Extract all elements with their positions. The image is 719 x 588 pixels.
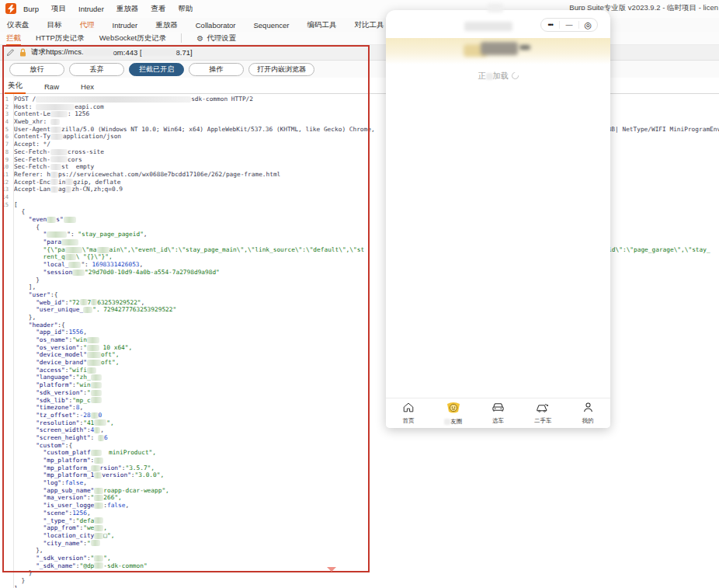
redaction	[91, 374, 102, 381]
button-拦截已开启[interactable]: 拦截已开启	[129, 63, 184, 76]
redaction	[94, 503, 103, 509]
button-操作[interactable]: 操作	[189, 63, 244, 76]
line-number: 6	[0, 133, 9, 141]
minimize-icon[interactable]: —	[560, 19, 578, 31]
tab-重放器[interactable]: 重放器	[155, 19, 179, 32]
more-icon[interactable]: •••	[541, 19, 559, 31]
wechat-miniprogram-window[interactable]: ••• — ◎ 正加载 首页友圈选车二手车我的	[386, 10, 610, 428]
code-line: "mp_platform":	[0, 457, 719, 464]
tab-代理[interactable]: 代理	[79, 19, 96, 32]
code-text: "resolution"	[14, 419, 80, 426]
code-text: "session	[14, 269, 72, 276]
redaction	[72, 270, 85, 276]
menu-item-4[interactable]: 查看	[151, 4, 165, 14]
intercept-infobar: 请求https://mcs.om:443 [8.71]	[0, 45, 719, 61]
code-text: 1698331426053	[92, 261, 140, 268]
wx-tab-首页[interactable]: 首页	[386, 402, 431, 425]
code-text: st empty	[61, 163, 94, 170]
menu-item-5[interactable]: 帮助	[178, 4, 193, 14]
wx-tab-我的[interactable]: 我的	[565, 402, 610, 425]
close-icon[interactable]: ◎	[579, 19, 597, 31]
redaction	[94, 555, 103, 562]
menu-item-1[interactable]: 项目	[51, 4, 66, 14]
code-text: :	[91, 434, 98, 441]
code-text: 10 x64",	[99, 344, 132, 351]
code-text: "sdk_version"	[14, 389, 83, 396]
menu-item-3[interactable]: 重放器	[116, 4, 139, 14]
wx-tab-友圈[interactable]: 友圈	[431, 402, 476, 426]
redaction	[61, 239, 78, 245]
menu-item-0[interactable]: Burp	[23, 5, 39, 13]
redaction	[142, 49, 176, 56]
redaction	[94, 533, 103, 539]
button-放行[interactable]: 放行	[9, 63, 64, 76]
tab-Intruder[interactable]: Intruder	[112, 19, 139, 31]
code-text: "stay_page_pageid"	[78, 231, 144, 238]
editor-tab-美化[interactable]: 美化	[6, 78, 24, 93]
code-text: "41	[83, 419, 94, 426]
code-line: }	[0, 577, 719, 585]
home-icon	[402, 402, 415, 416]
code-text: cross-site	[68, 148, 104, 155]
code-line: 7Accept: */	[0, 141, 719, 148]
code-text: "sdk_lib"	[14, 397, 68, 404]
redaction	[50, 119, 60, 125]
request-editor[interactable]: 1POST /sdk-common HTTP/22Host: eapi.com3…	[0, 94, 719, 588]
tab-目标[interactable]: 目标	[47, 19, 63, 32]
tab-仪表盘[interactable]: 仪表盘	[6, 19, 30, 32]
wx-tab-选车[interactable]: 选车	[476, 402, 521, 425]
code-text: false	[65, 479, 83, 486]
code-text: ". 7294277763253929522"	[92, 306, 176, 313]
tab-Collaborator[interactable]: Collaborator	[195, 19, 237, 31]
tab-对比工具[interactable]: 对比工具	[353, 19, 384, 32]
editor-tab-Hex[interactable]: Hex	[79, 80, 96, 93]
code-text: "mp_platform_1	[14, 471, 94, 478]
tab-编码工具[interactable]: 编码工具	[306, 19, 337, 32]
code-text: [	[14, 201, 18, 208]
subtab-label: HTTP历史记录	[36, 33, 85, 43]
code-line: "mp_platform_1version":"3.0.0",	[0, 471, 719, 479]
line-number: 14	[0, 193, 9, 201]
wx-tabbar: 首页友圈选车二手车我的	[386, 398, 610, 428]
editor-tab-Raw[interactable]: Raw	[43, 80, 61, 93]
scroll-down-indicator[interactable]	[327, 567, 336, 572]
code-text: ain\",\"event_id\":\"stay_page_main\",\"…	[109, 246, 365, 253]
code-text: Sec-Fetch-	[14, 156, 50, 163]
redaction	[50, 127, 61, 133]
wx-tab-label: 友圈	[444, 418, 462, 426]
code-text: {	[14, 208, 25, 215]
button-打开内嵌浏览器[interactable]: 打开内嵌浏览器	[248, 63, 314, 76]
code-text: "3.0.0",	[135, 471, 165, 478]
code-text: miniProduct",	[102, 449, 156, 456]
redaction	[50, 111, 68, 117]
code-text: "timezone"	[14, 404, 72, 411]
redaction	[50, 134, 63, 140]
subtab-代理设置[interactable]: ⚙代理设置	[196, 33, 236, 43]
tab-Sequencer[interactable]: Sequencer	[253, 19, 290, 31]
line-number: 4	[0, 118, 9, 126]
wx-tab-二手车[interactable]: 二手车	[520, 402, 565, 425]
editor-tabs: 美化RawHex	[0, 78, 719, 94]
menu-item-2[interactable]: Intruder	[78, 5, 104, 13]
code-line: "device_model"oft",	[0, 351, 719, 359]
subtab-拦截[interactable]: 拦截	[6, 33, 21, 43]
code-line: "_sdk_name":"@dp-sdk-common"	[0, 562, 719, 570]
subtab-HTTP历史记录[interactable]: HTTP历史记录	[36, 33, 85, 43]
redaction	[47, 217, 56, 223]
code-text: ,	[140, 261, 144, 268]
subtab-label: 拦截	[6, 33, 21, 43]
code-text: "user"	[14, 291, 50, 298]
code-text: }	[14, 569, 32, 576]
code-text: "_sdk_name"	[14, 562, 76, 569]
subtab-WebSocket历史记录[interactable]: WebSocket历史记录	[99, 33, 166, 43]
code-text: "location_city	[14, 532, 94, 539]
redaction	[47, 231, 67, 238]
redaction	[94, 495, 103, 501]
code-text: User-Agent	[14, 126, 50, 133]
button-丢弃[interactable]: 丢弃	[69, 63, 124, 76]
code-line: "_type_":"defa	[0, 517, 719, 525]
redacted-logo	[481, 42, 518, 55]
code-text: ]	[14, 585, 18, 588]
menu-items: Burp项目Intruder重放器查看帮助	[23, 0, 193, 18]
code-text: "even	[14, 216, 47, 223]
